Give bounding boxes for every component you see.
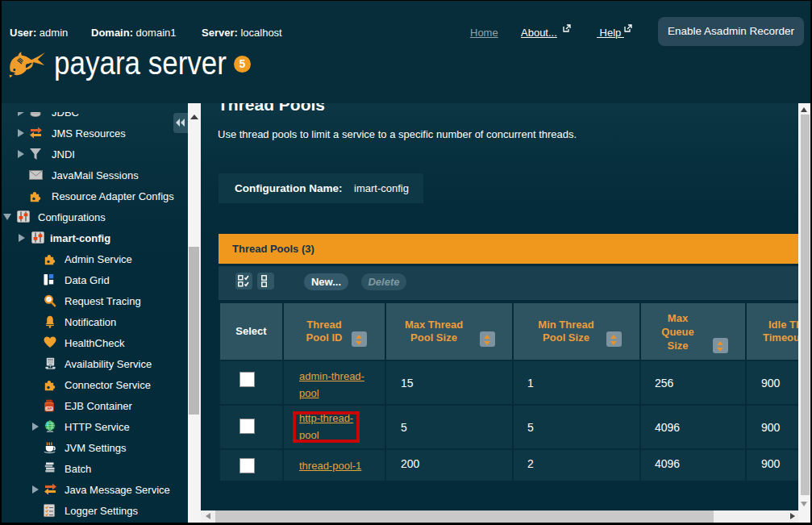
svg-text:JAR: JAR xyxy=(46,407,52,410)
